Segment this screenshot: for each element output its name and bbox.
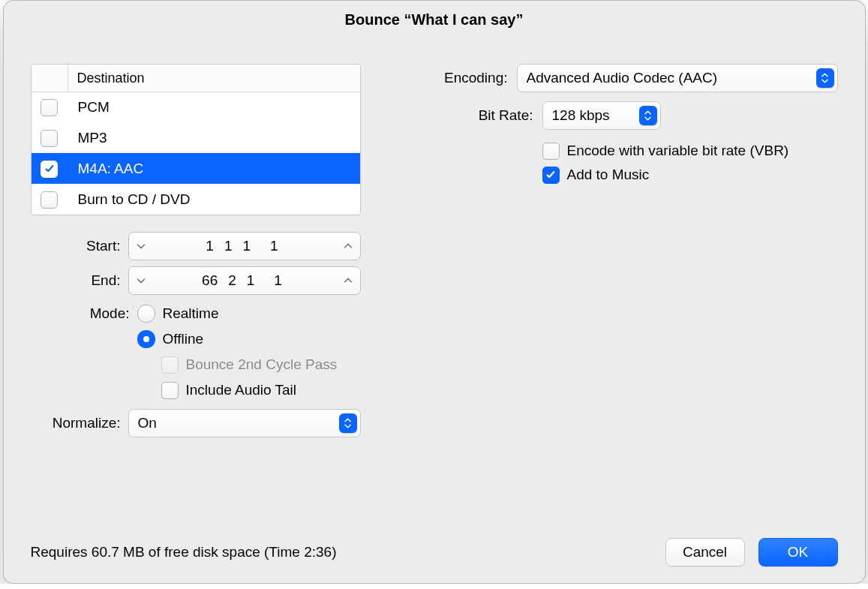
destination-checkbox-pcm[interactable] [41,99,58,116]
destination-row-burn-cd[interactable]: Burn to CD / DVD [32,184,360,215]
destination-checkbox-burn-cd[interactable] [41,191,58,209]
destination-table: Destination PCM MP3 [31,64,361,215]
bitrate-popup[interactable]: 128 kbps [542,101,661,130]
chevron-down-icon[interactable] [135,240,147,252]
destination-checkbox-m4a-aac[interactable] [41,161,58,178]
disk-space-status: Requires 60.7 MB of free disk space (Tim… [31,544,337,560]
bounce-2nd-cycle-checkbox [161,356,179,374]
destination-row-m4a-aac[interactable]: M4A: AAC [32,153,360,184]
start-locator[interactable]: 1111 [128,232,361,260]
left-pane: Destination PCM MP3 [31,64,361,443]
vbr-checkbox[interactable] [542,143,560,160]
updown-disclosure-icon [816,68,834,88]
encoding-row: Encoding: Advanced Audio Codec (AAC) [443,64,838,92]
end-locator[interactable]: 66211 [128,266,361,295]
bitrate-value: 128 kbps [552,107,610,124]
mode-option-realtime[interactable]: Realtime [137,301,361,326]
vbr-label: Encode with variable bit rate (VBR) [567,143,789,159]
destination-row-mp3[interactable]: MP3 [32,122,360,153]
vbr-option[interactable]: Encode with variable bit rate (VBR) [542,139,838,163]
footer-buttons: Cancel OK [665,538,838,566]
destination-header-spacer [32,65,68,92]
normalize-row: Normalize: On [31,409,361,437]
normalize-label: Normalize: [31,415,128,431]
add-to-music-label: Add to Music [567,167,650,183]
destination-row-pcm[interactable]: PCM [32,92,360,122]
add-to-music-checkbox[interactable] [542,167,560,184]
end-values[interactable]: 66211 [202,272,287,289]
include-audio-tail-checkbox[interactable] [161,382,179,399]
normalize-popup[interactable]: On [128,409,361,437]
mode-option-label: Realtime [163,305,219,322]
end-row: End: 66211 [31,266,361,295]
chevron-up-icon[interactable] [342,240,354,252]
bitrate-row: Bit Rate: 128 kbps [443,101,838,130]
destination-label: Burn to CD / DVD [68,191,360,208]
updown-disclosure-icon [639,106,657,125]
bounce-2nd-cycle-option: Bounce 2nd Cycle Pass [137,352,361,377]
bounce-2nd-cycle-label: Bounce 2nd Cycle Pass [186,356,338,373]
bitrate-label: Bit Rate: [443,107,542,124]
bounce-dialog: Bounce “What I can say” Destination PCM [3,0,866,584]
destination-header-label: Destination [68,71,154,86]
start-label: Start: [31,238,128,254]
window-title: Bounce “What I can say” [4,1,865,36]
dialog-content: Destination PCM MP3 [31,55,838,523]
mode-label: Mode: [31,305,137,322]
encoding-label: Encoding: [443,70,517,86]
normalize-value: On [138,415,157,431]
encoding-value: Advanced Audio Codec (AAC) [527,70,718,86]
end-label: End: [31,272,128,289]
footer: Requires 60.7 MB of free disk space (Tim… [31,538,838,566]
chevron-down-icon[interactable] [135,275,147,287]
include-audio-tail-option[interactable]: Include Audio Tail [137,377,361,403]
start-row: Start: 1111 [31,232,361,260]
chevron-up-icon[interactable] [342,275,354,287]
radio-icon[interactable] [137,305,155,323]
updown-disclosure-icon [339,413,357,433]
destination-label: MP3 [68,130,360,146]
destination-label: PCM [68,99,360,116]
add-to-music-option[interactable]: Add to Music [542,163,838,187]
mode-option-offline[interactable]: Offline [137,326,361,352]
encoding-popup[interactable]: Advanced Audio Codec (AAC) [517,64,838,92]
ok-button[interactable]: OK [758,538,838,566]
destination-label: M4A: AAC [68,161,360,177]
destination-checkbox-mp3[interactable] [41,130,58,147]
mode-option-label: Offline [163,331,204,347]
right-pane: Encoding: Advanced Audio Codec (AAC) Bit… [443,64,838,187]
left-form: Start: 1111 [31,232,361,437]
destination-header: Destination [32,65,360,92]
cancel-button[interactable]: Cancel [665,538,745,566]
start-values[interactable]: 1111 [206,238,282,254]
include-audio-tail-label: Include Audio Tail [186,382,297,398]
radio-icon[interactable] [137,330,155,348]
